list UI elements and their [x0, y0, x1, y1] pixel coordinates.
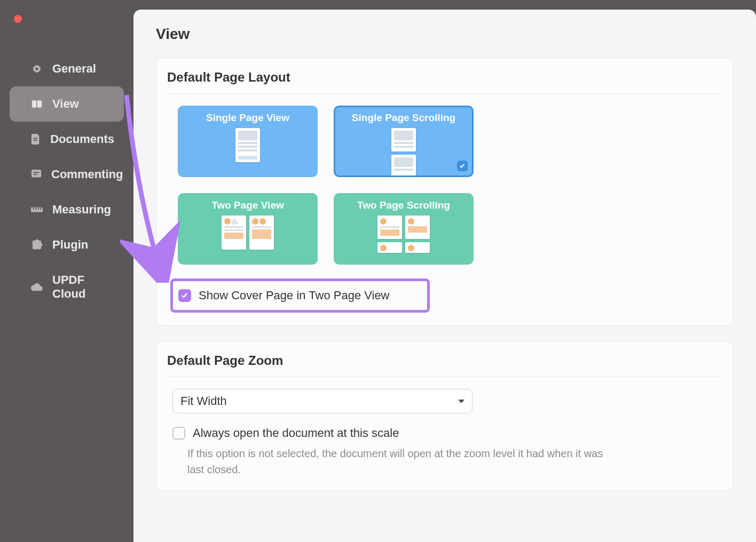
default-page-zoom-section: Default Page Zoom Fit Width Always open …: [156, 341, 734, 491]
sidebar-item-label: Documents: [50, 132, 114, 146]
svg-point-0: [36, 68, 38, 70]
preferences-sidebar: General View Documents Commenting Measur…: [0, 0, 133, 542]
layout-preview-icon: [235, 128, 260, 177]
svg-rect-4: [34, 140, 37, 141]
sidebar-item-label: General: [52, 62, 96, 76]
layout-option-two-page-scrolling[interactable]: Two Page Scrolling: [334, 193, 474, 265]
layout-preview-icon: [222, 216, 274, 265]
sidebar-item-label: Plugin: [52, 238, 88, 252]
layout-option-label: Two Page Scrolling: [357, 200, 450, 211]
sidebar-item-label: Commenting: [51, 168, 123, 181]
sidebar-item-view[interactable]: View: [10, 86, 124, 122]
layout-option-label: Single Page View: [206, 112, 289, 124]
svg-rect-10: [35, 207, 36, 210]
default-page-layout-section: Default Page Layout Single Page View Sin…: [156, 58, 734, 326]
svg-rect-9: [33, 207, 34, 210]
always-open-scale-label: Always open the document at this scale: [193, 426, 399, 440]
cloud-icon: [31, 281, 43, 293]
svg-rect-11: [38, 207, 39, 210]
section-heading: Default Page Layout: [167, 70, 722, 94]
close-window-button[interactable]: [14, 15, 22, 23]
default-zoom-select[interactable]: Fit Width: [172, 389, 472, 413]
layout-preview-icon: [391, 128, 416, 177]
sidebar-item-plugin[interactable]: Plugin: [10, 227, 124, 262]
sidebar-item-documents[interactable]: Documents: [10, 122, 124, 157]
svg-rect-12: [40, 207, 41, 210]
svg-rect-7: [34, 174, 37, 175]
chevron-down-icon: [458, 400, 464, 403]
layout-options-grid: Single Page View Single Page Scrolling: [178, 106, 722, 265]
ruler-icon: [31, 204, 43, 216]
sidebar-item-updf-cloud[interactable]: UPDF Cloud: [10, 262, 124, 312]
always-open-scale-checkbox[interactable]: [172, 427, 185, 440]
always-open-scale-hint: If this option is not selected, the docu…: [187, 445, 609, 477]
show-cover-page-option: Show Cover Page in Two Page View: [170, 278, 430, 313]
sidebar-item-label: View: [52, 97, 79, 111]
sidebar-item-label: UPDF Cloud: [52, 273, 114, 301]
show-cover-page-label: Show Cover Page in Two Page View: [199, 289, 390, 302]
layout-option-label: Two Page View: [211, 200, 284, 211]
layout-option-label: Single Page Scrolling: [352, 112, 455, 124]
puzzle-icon: [31, 239, 43, 251]
comment-icon: [31, 169, 42, 180]
layout-option-two-page-view[interactable]: Two Page View: [178, 193, 318, 265]
sidebar-item-general[interactable]: General: [10, 51, 124, 86]
always-open-scale-option: Always open the document at this scale: [172, 426, 722, 440]
sidebar-item-measuring[interactable]: Measuring: [10, 192, 124, 227]
selected-check-icon: [457, 161, 468, 171]
svg-rect-3: [34, 138, 37, 139]
preferences-content: View Default Page Layout Single Page Vie…: [133, 10, 756, 542]
document-icon: [31, 133, 41, 145]
gear-icon: [31, 63, 43, 75]
sidebar-item-commenting[interactable]: Commenting: [10, 157, 124, 192]
page-title: View: [156, 26, 734, 43]
default-zoom-value: Fit Width: [180, 394, 227, 408]
book-open-icon: [31, 98, 43, 110]
svg-rect-2: [37, 100, 42, 107]
section-heading: Default Page Zoom: [167, 353, 722, 377]
layout-option-single-page-scrolling[interactable]: Single Page Scrolling: [334, 106, 474, 177]
svg-rect-6: [34, 172, 40, 173]
layout-option-single-page-view[interactable]: Single Page View: [178, 106, 318, 177]
sidebar-item-label: Measuring: [52, 203, 111, 217]
svg-rect-5: [32, 170, 41, 178]
svg-rect-1: [32, 100, 36, 107]
layout-preview-icon: [377, 216, 430, 265]
show-cover-page-checkbox[interactable]: [178, 289, 191, 302]
